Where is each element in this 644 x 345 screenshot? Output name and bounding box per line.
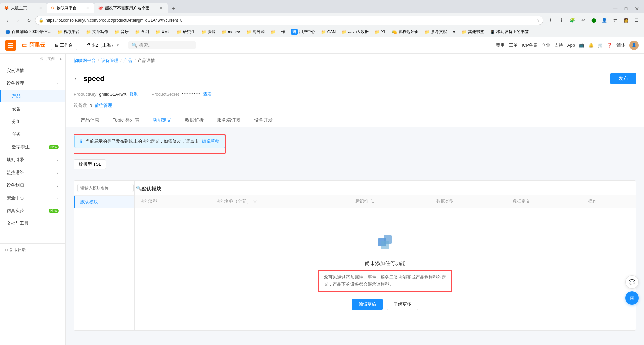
bookmark-baidu[interactable]: 🔵 百度翻译-200种语言... xyxy=(3,28,54,36)
sort-icon[interactable]: ⇅ xyxy=(371,199,374,204)
bookmark-work[interactable]: 📁 工作 xyxy=(268,28,288,36)
hamburger-menu[interactable] xyxy=(5,40,16,51)
module-search-input[interactable] xyxy=(77,184,134,192)
breadcrumb-iot[interactable]: 物联网平台 xyxy=(74,58,96,64)
region-selector[interactable]: 华东2（上海） ▾ xyxy=(83,41,123,50)
nav-help-icon[interactable]: ❓ xyxy=(607,43,612,48)
menu-icon[interactable]: ☰ xyxy=(632,16,641,25)
search-input[interactable] xyxy=(139,43,190,48)
learn-more-button[interactable]: 了解更多 xyxy=(387,299,418,310)
bookmark-xmu[interactable]: 📁 XMU xyxy=(153,29,173,35)
tab-topic-list[interactable]: Topic 类列表 xyxy=(106,114,146,127)
tab-device-dev[interactable]: 设备开发 xyxy=(247,114,279,127)
sidebar-device-provision[interactable]: 设备划归 ∨ xyxy=(0,179,65,192)
edit-draft-button[interactable]: 编辑草稿 xyxy=(352,299,383,310)
user-icon[interactable]: 👤 xyxy=(600,16,609,25)
bookmark-qingning[interactable]: 🍋 青柠起始页 xyxy=(389,28,421,36)
nav-bell-icon[interactable]: 🔔 xyxy=(588,43,594,48)
tsl-button[interactable]: 物模型 TSL xyxy=(74,159,106,169)
bookmark-reference[interactable]: 📁 参考文献 xyxy=(422,28,450,36)
back-arrow-button[interactable]: ← xyxy=(74,75,80,82)
nav-app[interactable]: App xyxy=(567,43,575,48)
bookmark-mobile[interactable]: 📱 移动设备上的书签 xyxy=(487,28,531,36)
minimize-button[interactable]: ─ xyxy=(610,4,620,13)
sidebar-item-digital-twin[interactable]: 数字孪生 New xyxy=(0,141,65,153)
tab-server-subscribe[interactable]: 服务端订阅 xyxy=(210,114,247,127)
sync-icon[interactable]: ⇄ xyxy=(610,16,620,25)
info-icon[interactable]: ℹ xyxy=(557,16,566,25)
bookmark-xl[interactable]: 📁 XL xyxy=(372,29,389,35)
reload-button[interactable]: ↻ xyxy=(24,16,34,25)
sidebar-item-group[interactable]: 分组 xyxy=(0,115,65,128)
browser-tab-2[interactable]: ⚙ 物联网平台 ✕ xyxy=(47,3,94,13)
sidebar-item-product[interactable]: 产品 xyxy=(0,90,65,102)
browser-tab-1[interactable]: 🦊 火狐主页 ✕ xyxy=(0,3,47,13)
default-module-item[interactable]: 默认模块 xyxy=(74,196,134,208)
tab-product-info[interactable]: 产品信息 xyxy=(74,114,106,127)
bookmark-video[interactable]: 📁 视频平台 xyxy=(55,28,83,36)
goto-manage-link[interactable]: 前往管理 xyxy=(95,102,112,109)
nav-icp[interactable]: ICP备案 xyxy=(522,42,538,48)
back-button[interactable]: ‹ xyxy=(3,16,12,25)
bookmark-can[interactable]: 📁 CAN xyxy=(318,29,338,35)
tab2-close[interactable]: ✕ xyxy=(85,5,90,11)
feedback-button[interactable]: □ 新版反馈 xyxy=(0,243,65,256)
sidebar-item-simulation[interactable]: 仿真实验 New xyxy=(0,204,65,217)
close-button[interactable]: ✕ xyxy=(632,4,641,13)
grid-float-button[interactable]: ⊞ xyxy=(625,291,639,305)
bookmark-overseas[interactable]: 📁 海外购 xyxy=(244,28,267,36)
star-icon[interactable]: ☆ xyxy=(536,18,540,23)
bookmark-usercenter[interactable]: 研 用户中心 xyxy=(288,28,318,36)
filter-icon[interactable]: ▽ xyxy=(253,199,257,204)
bookmark-java[interactable]: 📁 Java大数据 xyxy=(339,28,371,36)
bookmark-study[interactable]: 📁 学习 xyxy=(132,28,152,36)
nav-support[interactable]: 支持 xyxy=(554,42,563,48)
top-search[interactable]: 🔍 xyxy=(128,41,196,49)
sidebar-monitor-ops[interactable]: 监控运维 ∨ xyxy=(0,166,65,179)
nav-ticket[interactable]: 工单 xyxy=(509,42,518,48)
browser-tab-3[interactable]: 🐙 能改下不需要用户名个密码也… ✕ xyxy=(94,3,168,13)
tab3-close[interactable]: ✕ xyxy=(158,5,164,11)
nav-simple-label[interactable]: 简体 xyxy=(616,42,625,48)
person-icon[interactable]: 👩 xyxy=(621,16,631,25)
sidebar-rules-engine[interactable]: 规则引擎 ∨ xyxy=(0,153,65,166)
nav-enterprise[interactable]: 企业 xyxy=(542,42,550,48)
copy-link[interactable]: 复制 xyxy=(129,91,138,97)
bookmark-write[interactable]: 📁 文章写作 xyxy=(83,28,111,36)
bookmark-grad[interactable]: 📁 研究生 xyxy=(174,28,198,36)
edit-draft-link-banner[interactable]: 编辑草稿 xyxy=(202,138,219,144)
extension-icon[interactable]: 🧩 xyxy=(568,16,577,25)
sidebar-item-docs[interactable]: 文档与工具 xyxy=(0,217,65,230)
workspace-button[interactable]: ⊞ 工作台 xyxy=(51,41,77,50)
dots-icon[interactable]: ⬤ xyxy=(589,16,598,25)
sidebar-item-instance[interactable]: 实例详情 xyxy=(0,64,65,77)
chat-float-button[interactable]: 💬 xyxy=(625,275,639,289)
download-icon[interactable]: ⬇ xyxy=(546,16,555,25)
sidebar-security[interactable]: 安全中心 ∨ xyxy=(0,192,65,204)
publish-button[interactable]: 发布 xyxy=(610,73,636,84)
sidebar-collapse-icon[interactable]: ▲ xyxy=(57,56,64,62)
address-bar[interactable]: 🔒 https://iot.console.aliyun.com/product… xyxy=(35,16,543,25)
sidebar-item-device[interactable]: 设备 xyxy=(0,102,65,115)
tab1-close[interactable]: ✕ xyxy=(38,5,43,11)
nav-cost[interactable]: 费用 xyxy=(496,42,505,48)
tab-add-button[interactable]: + xyxy=(169,4,178,13)
sidebar-item-task[interactable]: 任务 xyxy=(0,128,65,141)
nav-tv-icon[interactable]: 📺 xyxy=(579,43,584,48)
sidebar-device-management[interactable]: 设备管理 ∧ xyxy=(0,77,65,90)
bookmark-music[interactable]: 📁 音乐 xyxy=(112,28,131,36)
tab-function-def[interactable]: 功能定义 xyxy=(146,114,178,127)
nav-cart-icon[interactable]: 🛒 xyxy=(598,43,603,48)
forward-button[interactable]: › xyxy=(13,16,23,25)
breadcrumb-product[interactable]: 产品 xyxy=(123,58,132,64)
bookmark-resource[interactable]: 📁 资源 xyxy=(199,28,218,36)
maximize-button[interactable]: □ xyxy=(621,4,631,13)
tab-data-parse[interactable]: 数据解析 xyxy=(178,114,210,127)
breadcrumb-device-mgmt[interactable]: 设备管理 xyxy=(101,58,118,64)
undo-icon[interactable]: ↩ xyxy=(578,16,588,25)
logo[interactable]: ⊂ 阿里云 xyxy=(21,41,45,49)
bookmark-more[interactable]: » xyxy=(450,29,458,35)
view-secret-link[interactable]: 查看 xyxy=(203,91,212,97)
bookmark-money[interactable]: 📁 money xyxy=(219,29,243,35)
bookmark-other[interactable]: 📁 其他书签 xyxy=(459,28,487,36)
